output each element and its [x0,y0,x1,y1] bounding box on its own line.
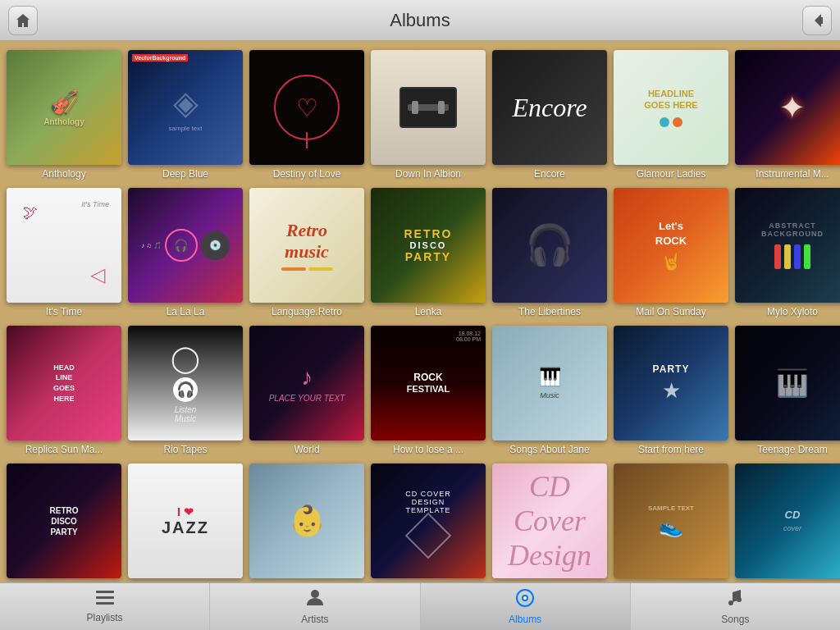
album-cover-anthology: 🎻 Anthology [7,50,121,165]
album-item-teenage[interactable]: 🎹 Teenage Dream [735,326,840,455]
svg-rect-0 [96,591,114,593]
album-item-instrumental[interactable]: ✦ Instrumental M... [735,50,840,180]
album-item-truth[interactable]: RETRODISCOPARTY The Truth About... [7,463,121,582]
album-title-teenage: Teenage Dream [735,444,840,455]
album-title-mylo: Mylo Xyloto [735,306,840,317]
album-item-start[interactable]: PARTY ★ Start from here [614,326,728,455]
page-title: Albums [390,10,450,31]
album-cover-replica: HEADLINEGOESHERE [7,326,121,441]
album-item-deep-blue[interactable]: VectorBackground ◈ sample text Deep Blue [128,50,243,180]
svg-rect-1 [96,596,114,599]
artists-label: Artists [301,614,328,625]
album-item-anthology[interactable]: 🎻 Anthology Anthology [7,50,121,180]
album-item-glamour[interactable]: HEADLINEGOES HERE Glamour Ladies [614,50,728,180]
album-cover-its-time: 🕊 ◁ It's Time [7,188,121,303]
album-cover-rock: 18.08.1208.00 PM ROCK FESTIVAL [371,326,486,441]
album-item-language[interactable]: Retromusic Language.Retro [249,188,364,317]
album-cover-mylo: ABSTRACTbackground [735,188,840,303]
album-cover-lenka: RETRO DISCO PARTY [371,188,486,303]
album-item-libertines[interactable]: 🎧 The Libertines [492,188,607,317]
album-cover-instrumental: ✦ [735,50,840,165]
tab-bar: Playlists Artists Albums S [0,582,840,630]
album-title-mail: Mail On Sunday [614,306,728,317]
svg-rect-2 [96,602,114,605]
home-button[interactable] [8,6,38,35]
svg-point-3 [311,590,319,598]
album-item-lenka[interactable]: RETRO DISCO PARTY Lenka [371,188,486,317]
album-item-replica[interactable]: HEADLINEGOESHERE Replica Sun Ma... [7,326,121,455]
album-item-songs[interactable]: 🎹 Music Songs About Jane [492,326,607,455]
album-title-la-la-la: La La La [128,306,243,317]
album-row: HEADLINEGOESHERE Replica Sun Ma... ◯ 🎧 L… [3,323,837,458]
album-cover-truth: RETRODISCOPARTY [7,463,121,578]
album-cover-teenage: 🎹 [735,326,840,441]
album-cover-world: ♪ PLACE YOUR TEXT [249,326,364,441]
albums-container: 🎻 Anthology Anthology VectorBackground ◈… [3,48,837,582]
album-title-rio: Rio Tapes [128,444,243,455]
tab-playlists[interactable]: Playlists [0,583,210,630]
album-row: RETRODISCOPARTY The Truth About... I ❤ J… [3,461,837,582]
album-title-lenka: Lenka [371,306,486,317]
album-title-glamour: Glamour Ladies [614,168,728,180]
album-title-its-time: It's Time [7,306,121,317]
album-item-venus[interactable]: CD COVERDESIGNTEMPLATE Venus Gets Even [371,463,486,582]
album-item-rio[interactable]: ◯ 🎧 ListenMusic Rio Tapes [128,326,243,455]
album-cover-rio: ◯ 🎧 ListenMusic [128,326,243,441]
album-item-mail[interactable]: Let'sROCK 🤘 Mail On Sunday [614,188,728,317]
album-cover-deep-blue: VectorBackground ◈ sample text [128,50,243,165]
album-cover-venus: CD COVERDESIGNTEMPLATE [371,463,486,578]
tab-songs[interactable]: Songs [631,583,840,630]
svg-point-6 [523,596,527,600]
album-title-instrumental: Instrumental M... [735,168,840,180]
album-cover-songs: 🎹 Music [492,326,607,441]
album-item-yellow[interactable]: CDcover Yellow [735,463,840,582]
songs-label: Songs [721,614,749,625]
album-cover-start: PARTY ★ [614,326,728,441]
album-cover-down-albion: ♡ [371,50,486,165]
album-item-walk[interactable]: CDCoverDesign Walk Together [492,463,607,582]
album-item-mylo[interactable]: ABSTRACTbackground Mylo Xyloto [735,188,840,317]
playlists-label: Playlists [87,612,123,623]
album-item-its-time[interactable]: 🕊 ◁ It's Time It's Time [7,188,121,317]
album-cover-glamour: HEADLINEGOES HERE [614,50,728,165]
album-item-welcome[interactable]: SAMPLE TEXT 👟 Welcome Tolaku [614,463,728,582]
album-cover-yellow: CDcover [735,463,840,578]
album-cover-encore: Encore [492,50,607,165]
svg-point-8 [737,597,742,602]
album-title-anthology: Anthology [7,168,121,180]
album-cover-welcome: SAMPLE TEXT 👟 [614,463,728,578]
album-cover-libertines: 🎧 [492,188,607,303]
album-cover-la-la-la: ♪ ♫ 🎵 🎧 💿 [128,188,243,303]
album-cover-language: Retromusic [249,188,364,303]
albums-label: Albums [509,614,541,625]
album-title-libertines: The Libertines [492,306,607,317]
album-title-songs: Songs About Jane [492,444,607,455]
back-button[interactable] [802,6,832,35]
album-title-down-albion: Down In Albion [371,168,486,180]
album-title-encore: Encore [492,168,607,180]
album-item-world[interactable]: ♪ PLACE YOUR TEXT World [249,326,364,455]
album-cover-destiny: ♡ [249,50,364,165]
tab-artists[interactable]: Artists [210,583,420,630]
album-item-encore[interactable]: Encore Encore [492,50,607,180]
header: Albums [0,0,840,41]
album-cover-mail: Let'sROCK 🤘 [614,188,728,303]
albums-icon [516,589,534,611]
album-title-rock: How to lose a ... [371,444,486,455]
tab-albums[interactable]: Albums [421,583,631,630]
album-title-language: Language.Retro [249,306,364,317]
album-title-replica: Replica Sun Ma... [7,444,121,455]
album-item-two[interactable]: I ❤ JAZZ Two [128,463,243,582]
album-item-down-albion[interactable]: ♡ Down In Albion [371,50,486,180]
album-item-la-la-la[interactable]: ♪ ♫ 🎵 🎧 💿 La La La [128,188,243,317]
album-item-bracket[interactable]: 👶 Up the Bracket [249,463,364,582]
album-item-rock[interactable]: 18.08.1208.00 PM ROCK FESTIVAL How to lo… [371,326,486,455]
playlists-icon [96,591,114,609]
artists-icon [307,589,323,611]
album-item-destiny[interactable]: ♡ Destiny of Love [249,50,364,180]
album-title-deep-blue: Deep Blue [128,168,243,180]
album-cover-walk: CDCoverDesign [492,463,607,578]
album-cover-bracket: 👶 [249,463,364,578]
album-title-world: World [249,444,364,455]
album-row: 🎻 Anthology Anthology VectorBackground ◈… [3,48,837,182]
